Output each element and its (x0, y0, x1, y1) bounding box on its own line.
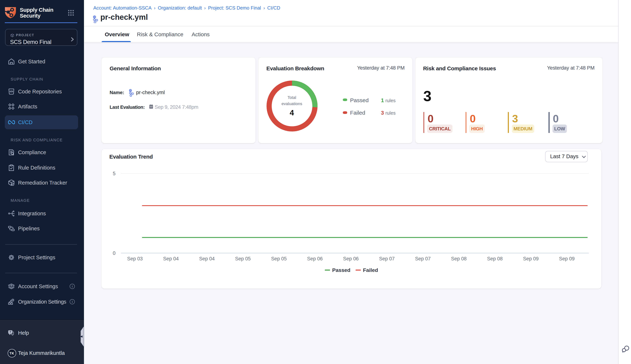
svg-text:Sep 03: Sep 03 (127, 256, 143, 261)
svg-text:Sep 08: Sep 08 (451, 256, 467, 261)
svg-text:Sep 07: Sep 07 (415, 256, 431, 261)
svg-text:Sep 08: Sep 08 (487, 256, 503, 261)
svg-text:Sep 09: Sep 09 (523, 256, 539, 261)
svg-text:Sep 07: Sep 07 (379, 256, 395, 261)
svg-text:Sep 05: Sep 05 (271, 256, 287, 261)
svg-text:Sep 05: Sep 05 (235, 256, 251, 261)
svg-text:Sep 09: Sep 09 (559, 256, 575, 261)
svg-text:0: 0 (113, 250, 115, 256)
svg-text:Passed: Passed (332, 267, 350, 273)
svg-text:Failed: Failed (363, 267, 378, 273)
svg-text:5: 5 (113, 171, 115, 176)
svg-text:Sep 04: Sep 04 (163, 256, 179, 261)
svg-text:Sep 06: Sep 06 (307, 256, 323, 261)
svg-text:?: ? (9, 330, 11, 334)
svg-text:Sep 06: Sep 06 (343, 256, 359, 261)
svg-text:Sep 04: Sep 04 (199, 256, 215, 261)
